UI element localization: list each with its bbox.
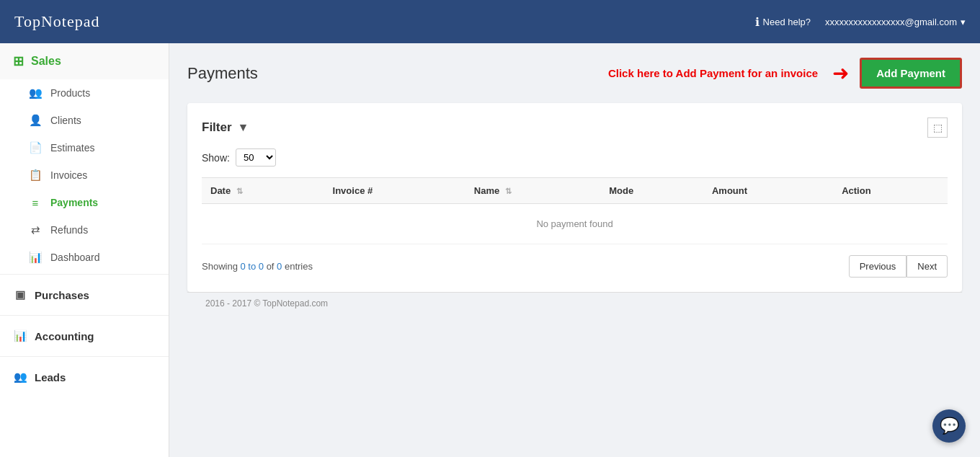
- sidebar-section-leads[interactable]: 👥 Leads: [0, 360, 169, 394]
- main-layout: ⊞ Sales 👥 Products 👤 Clients 📄 Estimates…: [0, 43, 980, 457]
- sidebar-item-invoices[interactable]: 📋 Invoices: [0, 161, 169, 189]
- table-empty-row: No payment found: [202, 204, 948, 244]
- chat-bubble[interactable]: 💬: [932, 409, 966, 443]
- sidebar: ⊞ Sales 👥 Products 👤 Clients 📄 Estimates…: [0, 43, 169, 457]
- show-bar: Show: 50 10 25 100: [202, 148, 948, 167]
- next-button[interactable]: Next: [906, 255, 948, 278]
- sales-icon: ⊞: [13, 53, 24, 69]
- sort-date-icon: ⇅: [236, 187, 243, 196]
- filter-title: Filter ▼: [202, 120, 249, 135]
- pagination-bar: Showing 0 to 0 of 0 entries Previous Nex…: [202, 255, 948, 278]
- payments-card: Filter ▼ ⬚ Show: 50 10 25 100: [187, 103, 962, 292]
- filter-icon: ▼: [238, 121, 249, 134]
- sort-name-icon: ⇅: [505, 187, 512, 196]
- arrow-right-icon: ➜: [832, 61, 849, 85]
- dropdown-icon: ▾: [961, 17, 966, 27]
- invoices-icon: 📋: [29, 169, 42, 182]
- accounting-section-icon: 📊: [13, 329, 27, 343]
- need-help-link[interactable]: ℹ Need help?: [755, 15, 811, 29]
- payments-icon: ≡: [29, 196, 42, 209]
- page-header: Payments Click here to Add Payment for a…: [187, 58, 962, 89]
- export-button[interactable]: ⬚: [927, 117, 948, 138]
- header-cta-area: Click here to Add Payment for an invoice…: [608, 58, 962, 89]
- refunds-icon: ⇄: [29, 223, 42, 236]
- col-action[interactable]: Action: [833, 178, 948, 204]
- header-right: ℹ Need help? xxxxxxxxxxxxxxxxx@gmail.com…: [755, 15, 966, 29]
- user-menu[interactable]: xxxxxxxxxxxxxxxxx@gmail.com ▾: [825, 17, 966, 27]
- leads-section-icon: 👥: [13, 370, 27, 384]
- app-logo: TopNotepad: [14, 12, 99, 31]
- col-invoice-num[interactable]: Invoice #: [324, 178, 466, 204]
- purchases-section-icon: ▣: [13, 288, 27, 302]
- footer: 2016 - 2017 © TopNotepad.com: [187, 292, 962, 314]
- sidebar-section-sales[interactable]: ⊞ Sales: [0, 43, 169, 79]
- show-select[interactable]: 50 10 25 100: [236, 148, 276, 167]
- sidebar-item-dashboard[interactable]: 📊 Dashboard: [0, 244, 169, 271]
- help-icon: ℹ: [755, 15, 760, 29]
- col-amount[interactable]: Amount: [703, 178, 833, 204]
- sidebar-section-accounting[interactable]: 📊 Accounting: [0, 319, 169, 353]
- app-header: TopNotepad ℹ Need help? xxxxxxxxxxxxxxxx…: [0, 0, 980, 43]
- col-date[interactable]: Date ⇅: [202, 178, 324, 204]
- sidebar-item-products[interactable]: 👥 Products: [0, 79, 169, 107]
- col-mode[interactable]: Mode: [600, 178, 703, 204]
- add-payment-button[interactable]: Add Payment: [860, 58, 962, 89]
- previous-button[interactable]: Previous: [849, 255, 907, 278]
- estimates-icon: 📄: [29, 141, 42, 154]
- showing-text: Showing 0 to 0 of 0 entries: [202, 261, 313, 272]
- empty-message: No payment found: [202, 204, 948, 244]
- sidebar-item-estimates[interactable]: 📄 Estimates: [0, 134, 169, 161]
- cta-text: Click here to Add Payment for an invoice: [608, 67, 818, 79]
- table-header: Date ⇅ Invoice # Name ⇅ Mode: [202, 178, 948, 204]
- sidebar-section-purchases[interactable]: ▣ Purchases: [0, 278, 169, 312]
- sidebar-item-payments[interactable]: ≡ Payments: [0, 189, 169, 216]
- col-name[interactable]: Name ⇅: [466, 178, 600, 204]
- table-body: No payment found: [202, 204, 948, 244]
- dashboard-icon: 📊: [29, 251, 42, 264]
- payments-table: Date ⇅ Invoice # Name ⇅ Mode: [202, 177, 948, 244]
- export-icon: ⬚: [933, 122, 943, 133]
- chat-icon: 💬: [940, 417, 959, 435]
- sidebar-item-clients[interactable]: 👤 Clients: [0, 107, 169, 134]
- main-content: Payments Click here to Add Payment for a…: [169, 43, 980, 457]
- pagination-buttons: Previous Next: [849, 255, 948, 278]
- sidebar-item-refunds[interactable]: ⇄ Refunds: [0, 216, 169, 244]
- clients-icon: 👤: [29, 114, 42, 127]
- products-icon: 👥: [29, 86, 42, 99]
- page-title: Payments: [187, 64, 258, 83]
- filter-bar: Filter ▼ ⬚: [202, 117, 948, 138]
